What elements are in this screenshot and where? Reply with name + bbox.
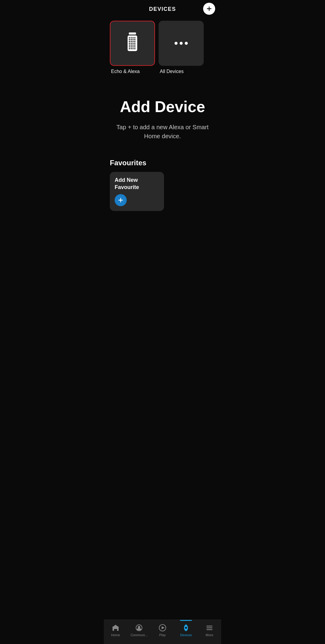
echo-device-icon bbox=[123, 31, 141, 55]
svg-rect-17 bbox=[131, 43, 132, 44]
plus-icon bbox=[206, 5, 212, 12]
favourites-title: Favourites bbox=[110, 159, 215, 167]
svg-rect-28 bbox=[129, 48, 130, 49]
svg-rect-4 bbox=[129, 37, 130, 38]
community-nav-label: Communi... bbox=[131, 633, 147, 637]
all-devices-dots-icon bbox=[175, 42, 188, 45]
svg-rect-20 bbox=[129, 44, 130, 46]
svg-rect-16 bbox=[129, 43, 130, 44]
svg-rect-10 bbox=[132, 39, 134, 40]
svg-rect-24 bbox=[129, 46, 130, 47]
svg-rect-9 bbox=[131, 39, 132, 40]
svg-rect-12 bbox=[129, 41, 130, 42]
category-echo-alexa[interactable]: Echo & Alexa bbox=[110, 21, 155, 74]
more-nav-label: More bbox=[206, 633, 213, 637]
nav-item-home[interactable]: Home bbox=[104, 624, 127, 637]
add-favourite-card[interactable]: Add New Favourite bbox=[110, 172, 164, 211]
svg-rect-30 bbox=[132, 48, 134, 49]
devices-icon bbox=[182, 624, 190, 632]
svg-rect-13 bbox=[131, 41, 132, 42]
add-favourite-label: Add New Favourite bbox=[115, 177, 159, 191]
echo-alexa-label: Echo & Alexa bbox=[110, 69, 140, 74]
svg-rect-26 bbox=[132, 46, 134, 47]
svg-rect-5 bbox=[131, 37, 132, 38]
play-nav-label: Play bbox=[159, 633, 166, 637]
home-icon bbox=[111, 624, 120, 632]
add-device-section: Add Device Tap + to add a new Alexa or S… bbox=[104, 80, 221, 156]
svg-marker-40 bbox=[162, 626, 165, 629]
favourites-section: Favourites Add New Favourite bbox=[104, 156, 221, 217]
svg-point-41 bbox=[185, 627, 187, 629]
svg-rect-23 bbox=[134, 44, 135, 46]
svg-marker-35 bbox=[112, 625, 119, 627]
add-favourite-icon bbox=[115, 194, 127, 206]
echo-alexa-icon-box bbox=[110, 21, 155, 66]
svg-rect-27 bbox=[134, 46, 135, 47]
play-icon bbox=[158, 624, 167, 632]
svg-rect-31 bbox=[134, 48, 135, 49]
svg-rect-18 bbox=[132, 43, 134, 44]
svg-rect-43 bbox=[206, 627, 212, 628]
all-devices-label: All Devices bbox=[159, 69, 184, 74]
svg-rect-7 bbox=[134, 37, 135, 38]
category-all-devices[interactable]: All Devices bbox=[159, 21, 204, 74]
svg-rect-15 bbox=[134, 41, 135, 42]
devices-nav-label: Devices bbox=[180, 633, 192, 637]
add-device-title: Add Device bbox=[116, 98, 209, 115]
page-header: DEVICES bbox=[104, 0, 221, 17]
svg-rect-22 bbox=[132, 44, 134, 46]
more-icon bbox=[205, 624, 214, 632]
device-categories: Echo & Alexa All Devices bbox=[104, 17, 221, 80]
svg-rect-11 bbox=[134, 39, 135, 40]
nav-item-play[interactable]: Play bbox=[151, 624, 174, 637]
svg-rect-2 bbox=[129, 32, 136, 35]
community-icon bbox=[135, 624, 143, 632]
svg-rect-14 bbox=[132, 41, 134, 42]
svg-point-38 bbox=[138, 626, 140, 628]
svg-rect-6 bbox=[132, 37, 134, 38]
svg-rect-44 bbox=[206, 629, 212, 630]
add-device-button[interactable] bbox=[203, 3, 215, 15]
svg-rect-36 bbox=[114, 629, 117, 631]
nav-item-devices[interactable]: Devices bbox=[174, 624, 198, 637]
add-device-subtitle: Tap + to add a new Alexa or Smart Home d… bbox=[116, 123, 209, 141]
add-favourite-plus-icon bbox=[117, 197, 124, 203]
svg-rect-8 bbox=[129, 39, 130, 40]
bottom-navigation: Home Communi... Play De bbox=[104, 620, 221, 644]
nav-item-more[interactable]: More bbox=[198, 624, 221, 637]
svg-rect-29 bbox=[131, 48, 132, 49]
svg-rect-21 bbox=[131, 44, 132, 46]
home-nav-label: Home bbox=[111, 633, 120, 637]
all-devices-icon-box bbox=[159, 21, 204, 66]
page-title: DEVICES bbox=[149, 6, 176, 12]
svg-rect-42 bbox=[206, 626, 212, 627]
svg-rect-25 bbox=[131, 46, 132, 47]
nav-item-community[interactable]: Communi... bbox=[127, 624, 151, 637]
svg-rect-19 bbox=[134, 43, 135, 44]
